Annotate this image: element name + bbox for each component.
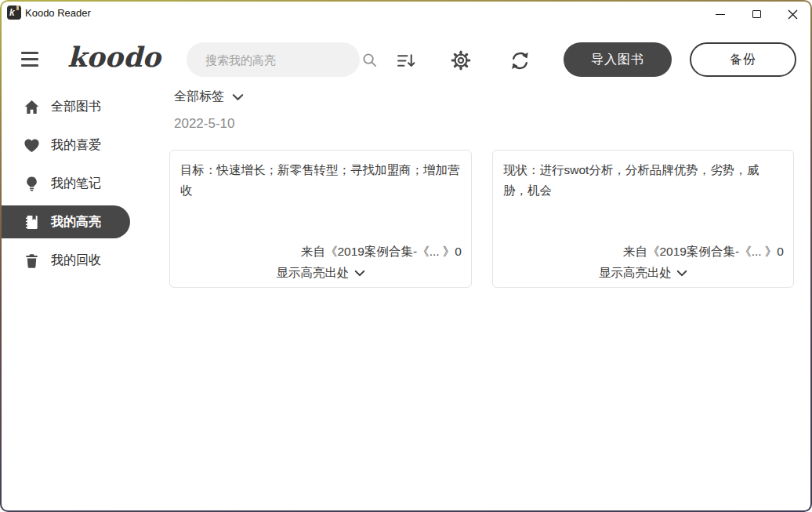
window-controls: [702, 2, 810, 27]
lightbulb-icon: [24, 176, 40, 192]
chevron-down-icon: [232, 93, 244, 101]
sync-button[interactable]: [509, 49, 531, 71]
sidebar-item-label: 我的高亮: [51, 214, 101, 231]
home-icon: [24, 99, 40, 115]
menu-toggle-button[interactable]: [21, 52, 38, 67]
search-box: [187, 42, 360, 77]
minimize-button[interactable]: [702, 2, 738, 27]
sidebar-item-label: 我的喜爱: [51, 137, 101, 154]
search-icon[interactable]: [361, 52, 378, 68]
show-highlight-origin-button[interactable]: 显示高亮出处: [493, 265, 793, 281]
sort-button[interactable]: [395, 49, 417, 71]
app-icon-stripe: [16, 5, 19, 10]
maximize-icon: [752, 10, 761, 18]
import-books-button[interactable]: 导入图书: [564, 42, 672, 77]
sidebar-item-notes[interactable]: 我的笔记: [2, 167, 158, 200]
highlight-card: 现状：进行swot分析，分析品牌优势，劣势，威胁，机会 来自《2019案例合集-…: [492, 150, 794, 288]
close-icon: [788, 9, 798, 20]
sidebar-item-highlights[interactable]: 我的高亮: [2, 205, 130, 238]
search-input[interactable]: [187, 53, 361, 67]
sidebar-item-label: 我的回收: [51, 252, 101, 269]
chevron-down-icon: [354, 270, 365, 277]
chevron-down-icon: [676, 270, 687, 277]
date-heading: 2022-5-10: [174, 116, 235, 132]
titlebar: k Koodo Reader: [2, 2, 810, 27]
app-icon-letter: k: [9, 6, 15, 19]
refresh-icon: [509, 50, 531, 71]
sidebar-nav: 全部图书 我的喜爱 我的笔记: [2, 90, 158, 282]
app-window: k Koodo Reader koodo: [2, 2, 810, 510]
highlight-text: 现状：进行swot分析，分析品牌优势，劣势，威胁，机会: [493, 151, 793, 210]
sidebar-item-favorites[interactable]: 我的喜爱: [2, 129, 158, 162]
tag-filter-label: 全部标签: [174, 89, 224, 105]
sidebar-item-label: 我的笔记: [51, 176, 101, 192]
highlight-card: 目标：快速增长；新零售转型；寻找加盟商；增加营收 来自《2019案例合集-《..…: [169, 150, 472, 288]
gear-icon: [450, 49, 472, 71]
notebook-icon: [24, 214, 40, 231]
settings-button[interactable]: [450, 49, 472, 71]
window-frame: k Koodo Reader koodo: [0, 0, 812, 512]
close-button[interactable]: [774, 2, 810, 27]
trash-icon: [24, 252, 40, 269]
backup-button[interactable]: 备份: [690, 42, 796, 77]
koodo-logo: koodo: [67, 41, 161, 73]
highlight-source: 来自《2019案例合集-《... 》0: [502, 244, 784, 260]
maximize-button[interactable]: [738, 2, 774, 27]
sidebar-item-recycle[interactable]: 我的回收: [2, 244, 158, 277]
highlight-source: 来自《2019案例合集-《... 》0: [179, 244, 462, 260]
sidebar-item-all-books[interactable]: 全部图书: [2, 90, 158, 123]
tag-filter-dropdown[interactable]: 全部标签: [174, 89, 244, 105]
minimize-icon: [716, 14, 725, 15]
sidebar-item-label: 全部图书: [51, 99, 101, 115]
highlight-text: 目标：快速增长；新零售转型；寻找加盟商；增加营收: [170, 151, 471, 210]
window-title: Koodo Reader: [25, 7, 91, 19]
show-highlight-origin-label: 显示高亮出处: [277, 265, 350, 281]
app-icon: k: [7, 5, 21, 20]
sort-descending-icon: [396, 50, 417, 71]
show-highlight-origin-button[interactable]: 显示高亮出处: [170, 265, 471, 281]
heart-icon: [24, 137, 40, 154]
show-highlight-origin-label: 显示高亮出处: [599, 265, 672, 281]
